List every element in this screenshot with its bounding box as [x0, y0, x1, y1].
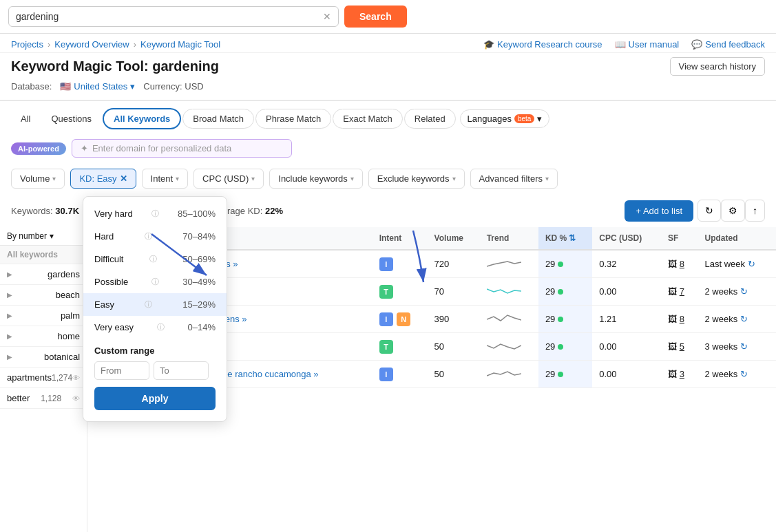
clear-icon[interactable]: ✕ [323, 11, 331, 22]
tab-questions[interactable]: Questions [41, 109, 101, 128]
refresh-icon[interactable]: ↻ [748, 259, 755, 269]
domain-placeholder: Enter domain for personalized data [92, 143, 231, 153]
row-intent-cell: I [373, 250, 428, 278]
sf-icon: 🖼 [668, 341, 677, 352]
page-title: Keyword Magic Tool: gardening [11, 58, 219, 74]
eye-icon: 👁 [72, 394, 80, 403]
kd-info-icon[interactable]: ⓘ [151, 209, 159, 219]
search-input-wrapper[interactable]: ✕ [8, 6, 339, 27]
sidebar-item-label: better [7, 393, 30, 403]
tab-broad-match[interactable]: Broad Match [182, 109, 254, 129]
sidebar-item-better[interactable]: better 1,128 👁 [0, 388, 87, 409]
ai-powered-badge: AI-powered [11, 142, 66, 155]
sidebar-item-apartments[interactable]: apartments 1,274 👁 [0, 368, 87, 388]
row-cpc-cell: 0.00 [592, 278, 661, 306]
search-button[interactable]: Search [344, 6, 407, 28]
view-history-button[interactable]: View search history [670, 57, 765, 76]
tab-exact-match[interactable]: Exact Match [333, 109, 403, 129]
sidebar-item-palm[interactable]: ▶ palm [0, 306, 87, 326]
tab-phrase-match[interactable]: Phrase Match [255, 109, 331, 129]
sidebar-item-botanical[interactable]: ▶ botanical [0, 347, 87, 368]
refresh-icon[interactable]: ↻ [740, 314, 748, 324]
th-kd[interactable]: KD % ⇅ [538, 227, 592, 250]
refresh-button[interactable]: ↻ [698, 200, 721, 222]
kd-info-icon[interactable]: ⓘ [145, 299, 152, 310]
kd-info-icon[interactable]: ⓘ [157, 322, 165, 332]
exclude-keywords-filter[interactable]: Exclude keywords ▾ [368, 169, 465, 189]
breadcrumb-sep-2: › [134, 39, 136, 50]
tab-all-keywords[interactable]: All Keywords [103, 108, 181, 129]
sidebar-item-label: palm [61, 310, 80, 321]
domain-input-wrapper[interactable]: ✦ Enter domain for personalized data [72, 139, 292, 158]
search-input[interactable] [16, 11, 319, 22]
kd-info-icon[interactable]: ⓘ [145, 231, 152, 242]
advanced-filters[interactable]: Advanced filters ▾ [470, 169, 558, 189]
book-icon: 📖 [615, 39, 626, 50]
include-keywords-filter[interactable]: Include keywords ▾ [269, 169, 362, 189]
volume-filter[interactable]: Volume ▾ [11, 169, 65, 189]
range-inputs [94, 361, 216, 380]
dropdown-chevron-country: ▾ [130, 81, 135, 92]
tab-related[interactable]: Related [404, 109, 456, 129]
sidebar-item-arrow: ▶ [7, 312, 12, 319]
row-trend-cell [480, 361, 538, 388]
sidebar-item-gardens[interactable]: ▶ gardens [0, 264, 87, 285]
breadcrumb-projects[interactable]: Projects [11, 39, 43, 50]
row-volume-cell: 390 [428, 306, 480, 333]
send-feedback-link[interactable]: 💬 Send feedback [691, 39, 765, 50]
refresh-icon[interactable]: ↻ [740, 286, 748, 297]
keyword-research-course-link[interactable]: 🎓 Keyword Research course [483, 39, 602, 50]
row-intent-cell: T [373, 333, 428, 361]
kd-clear-icon[interactable]: ✕ [120, 173, 127, 184]
kd-option-range: 85–100% [178, 209, 216, 219]
kd-filter[interactable]: KD: Easy ✕ [70, 169, 136, 189]
row-cpc-cell: 0.00 [592, 333, 661, 361]
breadcrumb-keyword-magic-tool[interactable]: Keyword Magic Tool [140, 39, 220, 50]
custom-range-section: Custom range Apply [83, 339, 227, 413]
chevron-down-icon: ▾ [350, 175, 354, 182]
sf-icon: 🖼 [668, 369, 677, 379]
intent-filter[interactable]: Intent ▾ [142, 169, 189, 189]
settings-button[interactable]: ⚙ [721, 200, 745, 222]
languages-button[interactable]: Languages beta ▾ [460, 109, 550, 128]
avg-kd-value: 22% [265, 206, 283, 216]
filter-row: Volume ▾ KD: Easy ✕ Intent ▾ CPC (USD) ▾… [0, 164, 776, 195]
add-to-list-button[interactable]: + Add to list [625, 200, 693, 222]
kd-dot [558, 262, 563, 267]
kd-info-icon[interactable]: ⓘ [149, 254, 157, 264]
range-to-input[interactable] [154, 361, 209, 380]
sidebar-item-beach[interactable]: ▶ beach [0, 285, 87, 306]
cpc-filter[interactable]: CPC (USD) ▾ [193, 169, 264, 189]
row-intent-cell: I N [373, 306, 428, 333]
kd-option-hard[interactable]: Hard ⓘ 70–84% [83, 225, 227, 248]
beta-badge: beta [514, 114, 534, 123]
user-manual-link[interactable]: 📖 User manual [615, 39, 680, 50]
kd-option-very-hard[interactable]: Very hard ⓘ 85–100% [83, 202, 227, 225]
row-sf-cell: 🖼 7 [661, 278, 698, 306]
apply-button[interactable]: Apply [94, 387, 216, 410]
kd-option-easy[interactable]: Easy ⓘ 15–29% [83, 293, 227, 316]
database-country-link[interactable]: 🇺🇸 United States ▾ [60, 81, 135, 92]
intent-badge-i: I [379, 257, 393, 271]
row-sf-cell: 🖼 3 [661, 361, 698, 388]
refresh-icon[interactable]: ↻ [740, 369, 748, 379]
th-cpc: CPC (USD) [592, 227, 661, 250]
by-number-button[interactable]: By number ▾ [0, 227, 87, 246]
tab-all[interactable]: All [11, 109, 40, 128]
kd-option-very-easy[interactable]: Very easy ⓘ 0–14% [83, 316, 227, 339]
row-intent-cell: I [373, 361, 428, 388]
kd-option-difficult[interactable]: Difficult ⓘ 50–69% [83, 248, 227, 270]
row-updated-cell: 2 weeks ↻ [698, 361, 776, 388]
refresh-icon[interactable]: ↻ [740, 341, 748, 352]
row-updated-cell: 2 weeks ↻ [698, 306, 776, 333]
export-button[interactable]: ↑ [745, 200, 765, 222]
row-cpc-cell: 0.32 [592, 250, 661, 278]
kd-dot [558, 372, 563, 377]
kd-option-possible[interactable]: Possible ⓘ 30–49% [83, 270, 227, 293]
kd-info-icon[interactable]: ⓘ [151, 277, 159, 287]
breadcrumb-keyword-overview[interactable]: Keyword Overview [54, 39, 129, 50]
range-from-input[interactable] [94, 361, 149, 380]
sidebar-item-home[interactable]: ▶ home [0, 326, 87, 347]
intent-badge-i: I [379, 312, 393, 326]
row-volume-cell: 720 [428, 250, 480, 278]
